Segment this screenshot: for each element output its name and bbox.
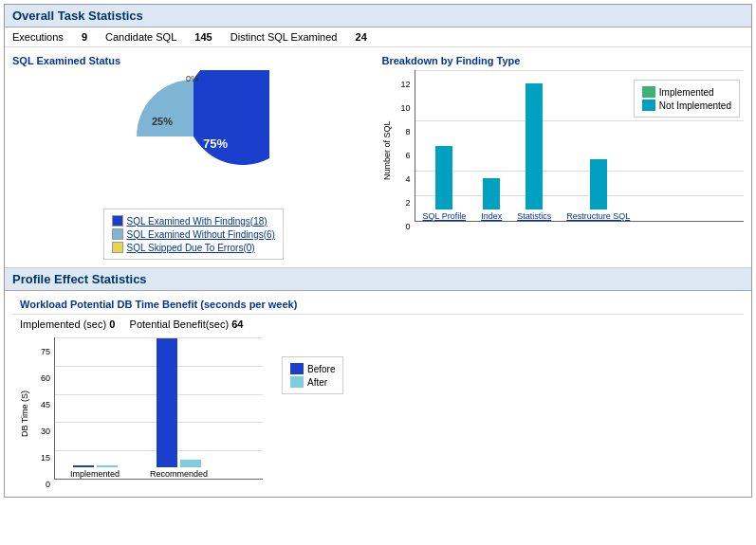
profile-bar-impl-before (73, 465, 94, 467)
pie-label-0: 0% (186, 74, 198, 83)
bar-chart-legend: Implemented Not Implemented (634, 80, 740, 118)
pie-svg: 75% 25% 0% (118, 70, 269, 203)
bar-legend-color-notimpl (642, 100, 655, 111)
bar-legend-color-impl (642, 86, 655, 98)
summary-stats-row: Executions 9 Candidate SQL 145 Distinct … (5, 27, 751, 47)
bar-index-notimpl (483, 178, 500, 209)
charts-row: SQL Examined Status 75% 25% 0% (5, 47, 751, 268)
candidate-sql-stat: Candidate SQL 145 (105, 31, 215, 43)
profile-legend-label-before: Before (307, 364, 335, 374)
bar-statistics-notimpl (526, 83, 543, 209)
pie-container: 75% 25% 0% SQL Examined With Findings(18… (12, 70, 375, 260)
bar-pair-sqlprofile (435, 146, 452, 209)
profile-legend-item-after: After (290, 376, 335, 388)
pie-legend-label-0[interactable]: SQL Examined With Findings(18) (127, 216, 267, 227)
bar-chart-outer: Number of SQL 0 2 4 6 8 10 12 (382, 70, 745, 231)
pie-legend-color-0 (112, 215, 123, 227)
pie-legend-item-1: SQL Examined Without Findings(6) (112, 228, 275, 240)
bar-chart-title: Breakdown by Finding Type (382, 55, 745, 66)
bar-chart-section: Breakdown by Finding Type Number of SQL … (382, 55, 745, 260)
profile-bar-rec-after (180, 460, 201, 467)
profile-section: Profile Effect Statistics Workload Poten… (5, 268, 751, 497)
profile-section-header: Profile Effect Statistics (5, 268, 751, 291)
profile-bar-label-implemented: Implemented (70, 469, 120, 479)
bar-label-index[interactable]: Index (481, 211, 502, 221)
profile-legend-label-after: After (307, 377, 327, 388)
profile-bar-label-recommended: Recommended (150, 469, 208, 479)
profile-ylabel: DB Time (S) (20, 366, 29, 461)
pie-svg-wrap: 75% 25% 0% (118, 70, 269, 203)
pie-chart-section: SQL Examined Status 75% 25% 0% (12, 55, 375, 260)
profile-bar-group-implemented: Implemented (70, 465, 120, 479)
profile-stats-row: Implemented (sec) 0 Potential Benefit(se… (12, 315, 744, 334)
pie-legend-color-2 (112, 242, 123, 253)
profile-sub-header: Workload Potential DB Time Benefit (seco… (12, 295, 744, 315)
profile-chart-area: DB Time (S) 0 15 30 45 60 75 (12, 334, 744, 493)
pie-legend-label-1[interactable]: SQL Examined Without Findings(6) (127, 229, 275, 240)
profile-legend-item-before: Before (290, 363, 335, 374)
pie-slice-0 (194, 70, 269, 165)
bar-label-statistics[interactable]: Statistics (517, 211, 551, 221)
bar-group-sqlprofile: SQL Profile (423, 146, 467, 221)
profile-bar-impl-after (97, 465, 118, 467)
bar-group-statistics: Statistics (517, 83, 551, 221)
bar-sqlprofile-notimpl (435, 146, 452, 209)
profile-sub-area: Workload Potential DB Time Benefit (seco… (5, 291, 751, 497)
bar-chart-ylabel: Number of SQL (382, 103, 392, 198)
profile-bar-rec-before (157, 338, 177, 467)
bar-chart-bars-container: SQL Profile Index (415, 70, 745, 231)
pie-legend-item-0: SQL Examined With Findings(18) (112, 215, 275, 227)
bar-legend-label-notimpl: Not Implemented (659, 100, 731, 111)
bar-pair-index (483, 178, 500, 209)
profile-yaxis: 0 15 30 45 60 75 (31, 347, 54, 489)
pie-legend-color-1 (112, 228, 123, 240)
pie-label-75: 75% (203, 136, 228, 151)
pie-legend-item-2: SQL Skipped Due To Errors(0) (112, 242, 275, 253)
bar-group-index: Index (481, 178, 502, 221)
section-title: Overall Task Statistics (12, 9, 143, 23)
bar-pair-statistics (526, 83, 543, 209)
profile-legend: Before After (282, 356, 343, 394)
impl-sec-stat: Implemented (sec) 0 (20, 318, 118, 330)
distinct-sql-stat: Distinct SQL Examined 24 (230, 31, 367, 43)
pie-label-25: 25% (152, 116, 173, 127)
potential-benefit-stat: Potential Benefit(sec) 64 (130, 318, 244, 330)
bar-legend-label-impl: Implemented (659, 87, 714, 98)
bar-pair-restructure (590, 159, 607, 209)
bar-chart-yaxis: 0 2 4 6 8 10 12 (394, 80, 415, 231)
profile-legend-color-before (290, 363, 304, 374)
main-container: Overall Task Statistics Executions 9 Can… (4, 4, 752, 498)
profile-bars-inner: Implemented Recommended (54, 337, 263, 480)
bar-group-restructure: Restructure SQL (566, 159, 630, 221)
bar-restructure-notimpl (590, 159, 607, 209)
profile-bar-group-recommended: Recommended (150, 338, 208, 479)
pie-legend-label-2[interactable]: SQL Skipped Due To Errors(0) (127, 243, 255, 253)
bar-label-restructure[interactable]: Restructure SQL (566, 211, 630, 221)
overall-task-statistics-header: Overall Task Statistics (5, 5, 751, 27)
profile-bar-pair-recommended (157, 338, 201, 467)
executions-stat: Executions 9 (12, 31, 90, 43)
bar-legend-item-notimpl: Not Implemented (642, 100, 731, 111)
profile-legend-color-after (290, 376, 304, 388)
profile-section-title: Profile Effect Statistics (12, 272, 147, 286)
pie-slice-1 (137, 80, 194, 136)
profile-bar-pair-implemented (73, 465, 118, 467)
profile-bar-groups: Implemented Recommended (55, 337, 263, 479)
bar-label-sqlprofile[interactable]: SQL Profile (423, 211, 467, 221)
pie-legend: SQL Examined With Findings(18) SQL Exami… (103, 209, 284, 260)
bar-legend-item-impl: Implemented (642, 86, 731, 98)
pie-chart-title: SQL Examined Status (12, 55, 375, 66)
